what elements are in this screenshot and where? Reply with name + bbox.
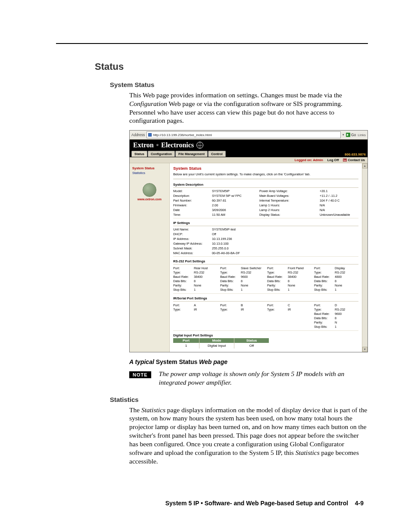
kv-pair: Port:Rear Host (173, 266, 218, 270)
port-column: Port:Front PanelType:RS-232Baud Rate:384… (267, 266, 311, 292)
port-column: Port:Slave SwitcherType:RS-232Baud Rate:… (220, 266, 265, 292)
kv-pair: Parity:None (220, 283, 265, 287)
kv-key: Data Bits: (314, 316, 334, 320)
kv-key: Parity: (220, 283, 240, 287)
dip-h-mode: Mode (199, 338, 234, 343)
kv-value: None (194, 283, 201, 287)
tab-control[interactable]: Control (208, 151, 226, 157)
dip-h-status: Status (234, 338, 269, 343)
kv-value: None (241, 283, 248, 287)
address-label: Address (131, 133, 145, 137)
kv-pair: Part Number:60-397-81 (173, 199, 255, 202)
kv-key: Stop Bits: (267, 288, 287, 292)
sidebar-item-system-status[interactable]: System Status (130, 166, 169, 171)
kv-pair: Type:RS-232 (173, 271, 218, 274)
port-column: Port:DType:RS-232Baud Rate:9600Data Bits… (314, 303, 358, 329)
kv-key: Baud Rate: (173, 275, 193, 279)
kv-value: SYSTEM 5IP w/ FPC (212, 194, 242, 198)
kv-value: 2.00 (212, 203, 218, 207)
address-input[interactable]: http://10.13.199.236/nortxe_index.html (146, 131, 341, 138)
kv-key: Port: (173, 303, 193, 307)
go-button[interactable]: Go (346, 133, 356, 137)
kv-pair: MAC Address:00-05-A6-00-BA-DF (173, 251, 358, 255)
kv-value: 10.13.199.236 (212, 237, 232, 241)
kv-value: SYSTEM5IP-test (212, 227, 236, 231)
port-column: Port:BType:IR (220, 303, 265, 329)
kv-value: N (335, 320, 337, 324)
kv-pair: Firmware:2.00 (173, 203, 255, 207)
kv-value: 1 (241, 288, 243, 292)
kv-pair: Data Bits:8 (314, 279, 358, 283)
kv-pair: Port:D (314, 303, 358, 307)
kv-key: Type: (314, 308, 334, 311)
kv-value: C (288, 303, 290, 307)
kv-pair: Parity:None (267, 283, 311, 287)
heading-status: Status (95, 61, 368, 72)
sidebar-item-statistics[interactable]: Statistics (130, 171, 169, 175)
kv-pair: Port:A (173, 303, 218, 307)
tab-status[interactable]: Status (131, 151, 147, 157)
system-description-block: Model:SYSTEM5IPDescription:SYSTEM 5IP w/… (173, 188, 358, 218)
tab-configuration[interactable]: Configuration (148, 151, 175, 157)
kv-key: Date (173, 208, 211, 212)
kv-pair: Baud Rate:9600 (220, 275, 265, 279)
kv-pair: IP Address:10.13.199.236 (173, 237, 358, 241)
kv-pair: Port:B (220, 303, 265, 307)
kv-value: 00-05-A6-00-BA-DF (212, 251, 240, 255)
brand-b: Electronics (161, 141, 194, 149)
kv-pair: Data Bits:8 (314, 316, 358, 320)
kv-key: Port: (267, 266, 287, 270)
footer-page-number: 4-9 (355, 500, 364, 507)
note-block: NOTE The power amp voltage is shown only… (129, 370, 368, 387)
tab-file-management[interactable]: File Management (175, 151, 208, 157)
kv-key: MAC Address: (173, 251, 211, 255)
kv-value: 1 (335, 288, 336, 292)
sidebar-url[interactable]: www.extron.com (137, 198, 162, 201)
dropdown-icon[interactable]: ▾ (342, 133, 344, 137)
kv-pair: Port:Slave Switcher (220, 266, 265, 270)
scroll-down-icon[interactable]: ▾ (362, 347, 367, 352)
kv-key: Parity: (267, 283, 287, 287)
contact-link[interactable]: Contact Us (343, 158, 365, 162)
kv-value: 3/09/2006 (212, 208, 226, 212)
sub-bar: Logged on: Admin Log Off Contact Us (130, 157, 367, 163)
kv-value: N/A (320, 203, 358, 207)
kv-pair: Parity:None (314, 283, 358, 287)
sidebar-link[interactable]: Statistics (132, 171, 145, 175)
kv-value: 8 (194, 279, 196, 283)
kv-key: Baud Rate: (267, 275, 287, 279)
content-body: System Status Statistics www.extron.com … (130, 163, 367, 352)
kv-value: RS-232 (241, 271, 251, 274)
kv-value: +11.2 / -11.2 (320, 194, 358, 198)
kv-value: +20.1 (320, 189, 358, 193)
kv-key: Power Amp Voltage: (259, 189, 315, 193)
dip-h-port: Port (173, 338, 199, 343)
logoff-link[interactable]: Log Off (327, 158, 339, 162)
ie-page-icon (148, 133, 152, 137)
scroll-up-icon[interactable]: ▴ (362, 163, 367, 168)
kv-key: Stop Bits: (173, 288, 193, 292)
kv-value: IR (288, 308, 291, 311)
kv-pair: Port:Front Panel (267, 266, 311, 270)
kv-value: RS-232 (335, 308, 345, 311)
kv-key: Lamp 1 Hours: (259, 203, 315, 207)
kv-key: Port: (220, 303, 240, 307)
cap-c: Web page (199, 358, 227, 365)
kv-value: Rear Host (194, 266, 208, 270)
kv-pair: Baud Rate:38400 (173, 275, 218, 279)
kv-value: RS-232 (194, 271, 204, 274)
kv-key: Baud Rate: (314, 275, 334, 279)
kv-value: 1 (288, 288, 290, 292)
sidebar: System Status Statistics www.extron.com (130, 163, 170, 352)
kv-value: 8 (335, 316, 336, 320)
digital-input-table: Port Mode Status 1 Digital Input Off (173, 338, 358, 348)
kv-value: 1 (194, 288, 196, 292)
links-label[interactable]: Links (358, 133, 366, 137)
kv-pair: Type:RS-232 (314, 308, 358, 311)
kv-value: Unknown/Unavailable (320, 213, 358, 217)
txt-italic: Statistics (141, 406, 165, 414)
main-panel: System Status Below are your Unit's curr… (170, 163, 362, 352)
scrollbar[interactable]: ▴ ▾ (362, 163, 367, 352)
cap-a: A typical (129, 358, 154, 365)
kv-value: A (194, 303, 196, 307)
